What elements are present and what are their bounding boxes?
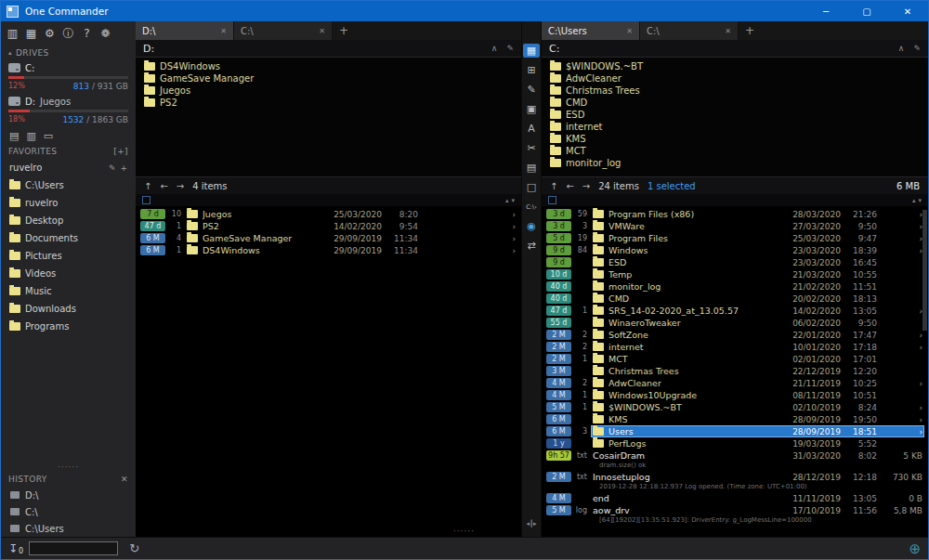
folder-item-ps2[interactable]: PS2	[136, 97, 521, 109]
favorite-item-documents[interactable]: Documents	[1, 229, 136, 247]
filter-input[interactable]	[29, 541, 118, 555]
rename-icon[interactable]: A	[523, 122, 540, 136]
profile-row[interactable]: ruvelro✎+	[1, 159, 136, 176]
file-row-users[interactable]: 6 M3Users28/09/201918:51›	[542, 425, 928, 437]
theme-flower-icon[interactable]: ❁	[97, 25, 114, 43]
file-row-monitor-log[interactable]: 40 dmonitor_log21/02/202011:51	[542, 280, 928, 293]
sort-asc-icon[interactable]: ▴	[505, 197, 509, 204]
file-row-perflogs[interactable]: 1 yPerfLogs19/03/20195:52	[542, 437, 928, 449]
refresh-icon[interactable]: ↻	[129, 541, 139, 555]
file-row-srs-14-02-2020-at-13-05-57[interactable]: 47 d1SRS_14-02-2020_at_13.05.5714/02/202…	[542, 305, 928, 317]
device-list-icon[interactable]: ▤	[9, 130, 19, 142]
file-row-christmas-trees[interactable]: 3 MChristmas Trees22/12/201912:20	[542, 365, 928, 377]
drive-item-c[interactable]: C:12%813 / 931 GB	[1, 60, 136, 94]
file-row-program-files[interactable]: 5 d19Program Files25/03/20209:47›	[542, 232, 928, 244]
sort-desc-icon[interactable]: ▾	[511, 197, 515, 204]
file-row-program-files-x86[interactable]: 3 d59Program Files (x86)28/03/202021:26›	[542, 208, 928, 220]
swap-panels-icon[interactable]: ⇄	[523, 239, 540, 253]
favorite-item-programs[interactable]: Programs	[1, 318, 136, 335]
add-favorite-icon[interactable]: [+]	[113, 147, 128, 156]
close-history-icon[interactable]: ✕	[121, 475, 128, 484]
expand-chevron-icon[interactable]: ›	[882, 427, 924, 436]
expand-chevron-icon[interactable]: ›	[882, 343, 924, 352]
sort-asc-icon[interactable]: ▴	[912, 197, 916, 204]
tab-close-icon[interactable]: ✕	[626, 27, 633, 35]
help-icon[interactable]: ?	[78, 25, 96, 43]
folder-item-internet[interactable]: internet	[542, 121, 928, 133]
folder-item-gamesave-manager[interactable]: GameSave Manager	[136, 72, 521, 85]
favorite-item-pictures[interactable]: Pictures	[1, 247, 136, 265]
panel-splitter-handle[interactable]: ◂┃▸	[522, 520, 541, 527]
expand-chevron-icon[interactable]: ›	[882, 210, 924, 219]
device-eject-icon[interactable]: ▭	[44, 130, 53, 142]
file-row-end[interactable]: 4 Mend11/11/201913:050 B	[542, 492, 928, 504]
file-row-aow-drv[interactable]: 5 Mlogaow_drv17/10/201911:565,8 MB	[542, 504, 928, 516]
paste-icon[interactable]: ▤	[523, 161, 540, 175]
expand-chevron-icon[interactable]: ›	[423, 246, 517, 255]
folder-item-christmas-trees[interactable]: Christmas Trees	[542, 85, 928, 97]
maximize-button[interactable]: ▢	[846, 1, 887, 21]
new-file-icon[interactable]: □	[523, 180, 540, 194]
expand-chevron-icon[interactable]: ›	[882, 306, 924, 316]
nav-forward-icon[interactable]: →	[177, 181, 184, 191]
expand-chevron-icon[interactable]: ›	[882, 403, 924, 412]
favorite-item-ruvelro[interactable]: ruvelro	[1, 194, 136, 212]
folder-item-esd[interactable]: ESD	[542, 109, 928, 121]
terminal-icon[interactable]: C:\›	[523, 200, 540, 214]
expand-chevron-icon[interactable]: ›	[882, 379, 924, 388]
close-button[interactable]: ✕	[887, 1, 928, 21]
expand-chevron-icon[interactable]: ›	[882, 222, 924, 231]
favorite-item-desktop[interactable]: Desktop	[1, 212, 136, 229]
nav-back-icon[interactable]: ←	[160, 181, 167, 191]
new-tab-button[interactable]: +	[333, 21, 355, 40]
minimize-button[interactable]: ─	[805, 1, 846, 21]
favorite-item-c-users[interactable]: C:\Users	[1, 176, 136, 194]
nav-up-icon[interactable]: ↑	[550, 181, 557, 191]
edit-file-icon[interactable]: ✎	[523, 83, 540, 97]
file-row-softzone[interactable]: 2 M2SoftZone22/01/202017:47›	[542, 329, 928, 341]
layout-dual-pane-icon[interactable]: ▦	[22, 25, 40, 43]
tab-close-icon[interactable]: ✕	[725, 27, 731, 35]
folder-item-kms[interactable]: KMS	[542, 133, 928, 145]
file-row-temp[interactable]: 10 dTemp21/03/202010:55	[542, 268, 928, 280]
edit-path-icon[interactable]: ✎	[506, 44, 514, 53]
file-row-kms[interactable]: 6 MKMS28/09/201919:50›	[542, 413, 928, 425]
file-row-mct[interactable]: 2 M1MCT02/01/202017:01	[542, 353, 928, 365]
file-row-internet[interactable]: 2 M2internet10/01/202017:18›	[542, 341, 928, 353]
history-item-d[interactable]: D:\	[1, 487, 136, 503]
folder-item-ds4windows[interactable]: DS4Windows	[136, 60, 521, 72]
settings-gear-icon[interactable]: ⚙	[41, 25, 59, 43]
sort-desc-icon[interactable]: ▾	[918, 197, 922, 204]
edit-path-icon[interactable]: ✎	[913, 44, 921, 53]
tab-c[interactable]: C:\✕	[640, 21, 739, 40]
column-settings-icon[interactable]	[142, 196, 150, 204]
breadcrumb-path[interactable]: C:	[549, 43, 559, 55]
folder-item-cmd[interactable]: CMD	[542, 97, 928, 109]
file-row-innosetuplog[interactable]: 2 MtxtInnosetuplog28/12/201912:18730 KB	[542, 471, 928, 483]
add-profile-icon[interactable]: +	[120, 163, 127, 173]
file-row-esd[interactable]: 9 dESD23/03/202016:45	[542, 256, 928, 268]
file-row-adwcleaner[interactable]: 4 M2AdwCleaner21/11/201910:25›	[542, 377, 928, 389]
history-item-c[interactable]: C:\	[1, 503, 136, 520]
favorite-item-downloads[interactable]: Downloads	[1, 300, 136, 318]
tab-d[interactable]: D:\✕	[136, 21, 234, 40]
new-tab-button[interactable]: +	[739, 21, 761, 40]
file-row-vmware[interactable]: 3 d3VMWare27/03/20209:50›	[542, 220, 928, 232]
nav-up-icon[interactable]: ↑	[144, 181, 151, 191]
column-settings-icon[interactable]	[548, 196, 556, 204]
folder-item-adwcleaner[interactable]: AdwCleaner	[542, 72, 928, 85]
collapse-pane-icon[interactable]: ∧	[491, 44, 498, 53]
edit-profile-icon[interactable]: ✎	[109, 163, 116, 173]
file-row-cosairdram[interactable]: 9h 57txtCosairDram31/03/20208:025 KB	[542, 449, 928, 462]
favorite-item-videos[interactable]: Videos	[1, 265, 136, 282]
info-icon[interactable]: ⓘ	[59, 25, 77, 43]
collapse-pane-icon[interactable]: ∧	[898, 44, 905, 53]
expand-chevron-icon[interactable]: ›	[423, 222, 517, 231]
new-folder-icon[interactable]: ⊞	[523, 63, 540, 77]
titlebar[interactable]: One Commander ─ ▢ ✕	[1, 1, 928, 21]
layout-columns-icon[interactable]: ▥	[4, 25, 21, 43]
drive-item-d[interactable]: D:Juegos18%1532 / 1863 GB	[1, 94, 136, 127]
preview-image-icon[interactable]: ▦	[523, 44, 540, 58]
folder-item-windows-bt[interactable]: $WINDOWS.~BT	[542, 60, 928, 72]
file-row-windows10upgrade[interactable]: 4 M1Windows10Upgrade08/11/201910:51	[542, 389, 928, 401]
